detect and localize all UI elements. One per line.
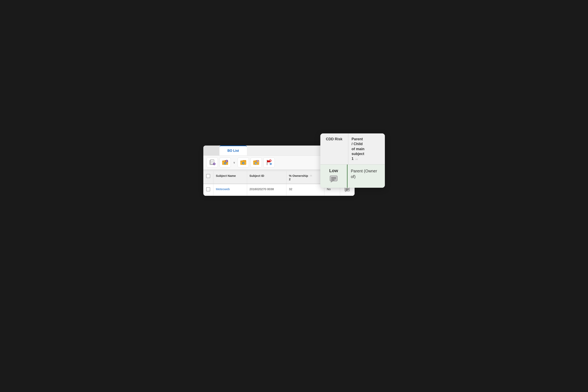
th-pct-ownership[interactable]: % Ownership2 ↓↓ — [287, 171, 324, 184]
new-document-icon — [209, 160, 215, 166]
add-flag-icon — [266, 160, 272, 166]
td-pct-ownership: 32 — [287, 184, 324, 196]
add-flag-button[interactable] — [264, 158, 275, 167]
popup-body: Low Parent (Owner of) — [320, 164, 385, 188]
search-folder-icon — [253, 160, 260, 166]
th-subject-name[interactable]: Subject Name — [213, 171, 247, 184]
popup-cdd-header: CDD Risk — [320, 134, 348, 164]
tab-bo-list[interactable]: BO List — [220, 146, 247, 156]
dropdown-arrow[interactable]: ∨ — [232, 161, 236, 164]
popup-card: CDD Risk Parent/ Childof mainsubject1 ↓↓… — [320, 134, 385, 188]
tab-inactive[interactable] — [203, 146, 220, 156]
th-checkbox — [203, 171, 213, 184]
popup-parent-value: Parent (Owner of) — [347, 164, 385, 188]
td-subject-name[interactable]: Meteoweb — [213, 184, 247, 196]
popup-parent-header: Parent/ Childof mainsubject1 ↓↓ — [348, 134, 385, 164]
move-to-folder-button[interactable] — [238, 158, 249, 167]
popup-comment-icon — [330, 176, 338, 184]
add-to-folder-button[interactable] — [220, 158, 231, 167]
popup-cdd-value: Low — [320, 164, 348, 188]
td-checkbox — [203, 184, 213, 196]
popup-sort-icon: ↓↓ — [355, 158, 358, 160]
new-document-button[interactable] — [207, 158, 218, 167]
move-to-folder-icon — [240, 160, 247, 166]
th-subject-id[interactable]: Subject ID — [247, 171, 287, 184]
search-folder-button[interactable] — [251, 158, 262, 167]
sort-ownership-icon: ↓↓ — [310, 174, 312, 177]
add-to-folder-icon — [222, 160, 228, 166]
row-checkbox[interactable] — [206, 187, 210, 191]
comment-icon — [342, 187, 352, 192]
popup-header: CDD Risk Parent/ Childof mainsubject1 ↓↓ — [320, 134, 385, 164]
td-subject-id: 2016020270 0038 — [247, 184, 287, 196]
header-checkbox[interactable] — [206, 174, 210, 178]
